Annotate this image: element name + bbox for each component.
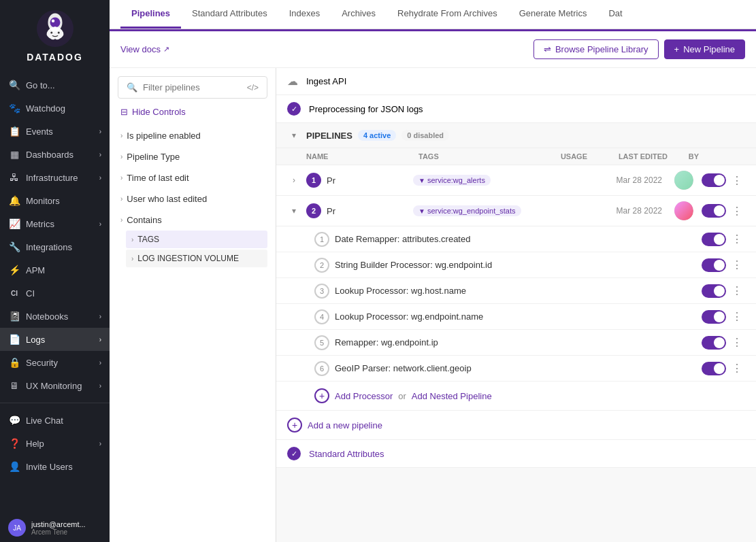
add-nested-link[interactable]: Add Nested Pipeline	[412, 391, 492, 401]
filter-icon: ▼	[418, 177, 425, 184]
events-icon: 📋	[8, 125, 20, 137]
chevron-right-icon: ›	[120, 153, 122, 160]
menu-dots-button[interactable]: ⋮	[729, 309, 745, 324]
tab-indexes[interactable]: Indexes	[278, 0, 331, 29]
table-header: ▾ PIPELINES 4 active 0 disabled	[276, 123, 756, 148]
toggle-switch[interactable]	[702, 284, 726, 298]
sidebar-item-ci[interactable]: CI CI	[0, 282, 110, 305]
pipelines-table: ▾ PIPELINES 4 active 0 disabled NAME TAG…	[276, 123, 756, 468]
user-info: justin@arcemt... Arcem Tene	[31, 520, 86, 536]
menu-dots-button[interactable]: ⋮	[729, 360, 745, 376]
filters-panel: 🔍 </> ⊟ Hide Controls › Is pipeline enab…	[110, 68, 276, 542]
sidebar-item-infrastructure[interactable]: 🖧 Infrastructure ›	[0, 166, 110, 189]
pipeline-actions: ⋮	[702, 173, 745, 188]
sidebar-item-notebooks[interactable]: 📓 Notebooks ›	[0, 305, 110, 328]
menu-dots-button[interactable]: ⋮	[729, 203, 745, 219]
sidebar-item-metrics[interactable]: 📈 Metrics ›	[0, 212, 110, 235]
filter-contains[interactable]: › Contains	[118, 209, 267, 231]
sidebar-item-dashboards[interactable]: ▦ Dashboards ›	[0, 143, 110, 166]
filter-icon: ▼	[418, 207, 425, 215]
collapse-button[interactable]: ▾	[287, 129, 301, 142]
search-input[interactable]	[143, 82, 242, 92]
processor-name: String Builder Processor: wg.endpoint.id	[335, 260, 696, 270]
col-name-header: NAME	[306, 152, 413, 160]
toggle-switch[interactable]	[702, 233, 726, 246]
tab-standard-attributes[interactable]: Standard Attributes	[181, 0, 278, 29]
pipeline-number: 2	[306, 203, 321, 218]
add-pipeline-link[interactable]: Add a new pipeline	[308, 420, 382, 430]
menu-dots-button[interactable]: ⋮	[729, 173, 745, 188]
sidebar-item-inviteusers[interactable]: 👤 Invite Users	[0, 455, 110, 478]
search-bar[interactable]: 🔍 </>	[118, 76, 267, 99]
view-docs-link[interactable]: View docs ↗	[120, 44, 169, 54]
toggle-switch[interactable]	[702, 258, 726, 272]
sidebar-item-integrations[interactable]: 🔧 Integrations	[0, 235, 110, 258]
chat-icon: 💬	[8, 414, 20, 426]
user-sub: Arcem Tene	[31, 528, 86, 536]
view-docs-text: View docs	[120, 44, 161, 54]
sidebar-user: JA justin@arcemt... Arcem Tene	[0, 513, 110, 542]
or-text: or	[398, 391, 406, 401]
sidebar-item-apm[interactable]: ⚡ APM	[0, 258, 110, 282]
new-pipeline-button[interactable]: + New Pipeline	[664, 39, 745, 59]
chevron-right-icon: ›	[120, 174, 122, 182]
pre-pipeline-label: Preprocessing for JSON logs	[309, 104, 423, 114]
eye-icon: ⊟	[120, 107, 128, 117]
pipeline-avatar-container	[668, 171, 693, 190]
content-area: 🔍 </> ⊟ Hide Controls › Is pipeline enab…	[110, 68, 756, 542]
add-processor-link[interactable]: Add Processor	[335, 391, 393, 401]
expand-button[interactable]: ›	[287, 173, 301, 187]
filter-sub-label: LOG INGESTION VOLUME	[137, 254, 239, 263]
new-pipeline-label: New Pipeline	[683, 44, 735, 54]
sidebar-item-security[interactable]: 🔒 Security ›	[0, 351, 110, 374]
sidebar-item-events[interactable]: 📋 Events ›	[0, 120, 110, 143]
pre-pipeline-preprocessing: ✓ Preprocessing for JSON logs	[276, 95, 756, 123]
sidebar-item-monitors[interactable]: 🔔 Monitors	[0, 189, 110, 212]
tab-pipelines[interactable]: Pipelines	[120, 0, 181, 29]
filter-time-last-edit[interactable]: › Time of last edit	[118, 167, 267, 188]
sidebar-item-help[interactable]: ❓ Help ›	[0, 432, 110, 455]
menu-dots-button[interactable]: ⋮	[729, 335, 745, 350]
sidebar-item-label: Invite Users	[26, 462, 73, 472]
standard-attrs-link[interactable]: Standard Attributes	[309, 449, 384, 459]
infrastructure-icon: 🖧	[8, 171, 20, 184]
toggle-switch[interactable]	[702, 204, 726, 218]
menu-dots-button[interactable]: ⋮	[729, 231, 745, 247]
sidebar-item-watchdog[interactable]: 🐾 Watchdog	[0, 97, 110, 120]
processor-name: Lookup Processor: wg.endpoint.name	[335, 311, 696, 322]
menu-dots-button[interactable]: ⋮	[729, 283, 745, 299]
svg-point-5	[57, 32, 59, 34]
sub-processor-3: 3 Lookup Processor: wg.host.name ⋮	[276, 278, 756, 304]
pipeline-name: Pr	[327, 175, 408, 186]
svg-point-4	[50, 32, 52, 34]
sidebar-item-logs[interactable]: 📄 Logs ›	[0, 328, 110, 351]
toggle-switch[interactable]	[702, 362, 726, 375]
filter-pipeline-type[interactable]: › Pipeline Type	[118, 146, 267, 167]
notebooks-icon: 📓	[8, 310, 20, 322]
sidebar-item-livechat[interactable]: 💬 Live Chat	[0, 409, 110, 432]
filter-is-enabled[interactable]: › Is pipeline enabled	[118, 125, 267, 146]
pre-pipeline-label: Ingest API	[306, 76, 346, 86]
browse-library-button[interactable]: ⇌ Browse Pipeline Library	[533, 39, 659, 59]
tab-generate-metrics[interactable]: Generate Metrics	[508, 0, 598, 29]
tab-archives[interactable]: Archives	[331, 0, 387, 29]
filter-sub-tags[interactable]: › TAGS	[126, 231, 267, 248]
external-link-icon: ↗	[163, 45, 169, 54]
menu-dots-button[interactable]: ⋮	[729, 257, 745, 273]
pre-pipeline-ingest: ☁ Ingest API	[276, 68, 756, 95]
tab-dat[interactable]: Dat	[597, 0, 633, 29]
sidebar-item-ux[interactable]: 🖥 UX Monitoring ›	[0, 374, 110, 397]
hide-controls-button[interactable]: ⊟ Hide Controls	[118, 107, 267, 117]
toggle-switch[interactable]	[702, 336, 726, 350]
toggle-switch[interactable]	[702, 310, 726, 324]
filter-sub-log-ingestion[interactable]: › LOG INGESTION VOLUME	[126, 250, 267, 267]
logo: DATADOG	[0, 0, 110, 71]
add-pipeline-row[interactable]: + Add a new pipeline	[276, 411, 756, 440]
collapse-button[interactable]: ▾	[287, 204, 301, 218]
sidebar-item-label: Dashboards	[26, 150, 73, 160]
filter-user-last-edited[interactable]: › User who last edited	[118, 188, 267, 209]
sidebar-item-goto[interactable]: 🔍 Go to...	[0, 73, 110, 97]
tab-rehydrate[interactable]: Rehydrate From Archives	[387, 0, 508, 29]
toggle-switch[interactable]	[702, 173, 726, 187]
disabled-badge: 0 disabled	[401, 130, 449, 141]
